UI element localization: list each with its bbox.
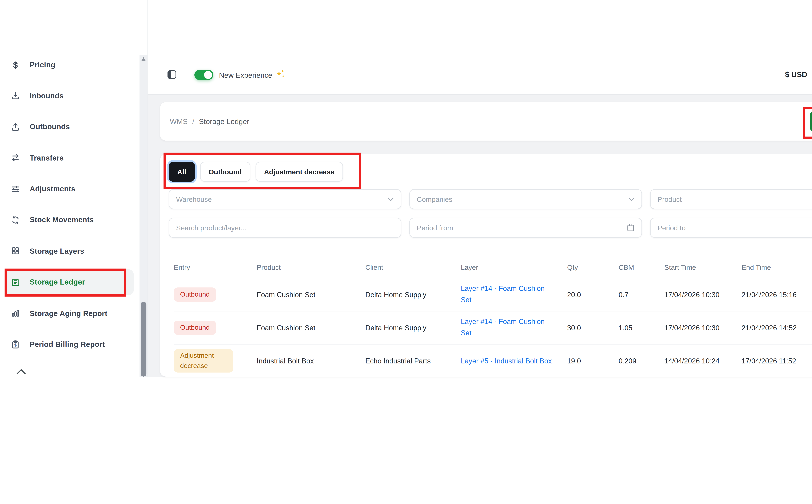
companies-placeholder: Companies [417,195,628,203]
sidebar-item-outbounds[interactable]: Outbounds [6,114,134,140]
chevron-down-icon [387,197,394,201]
app-window: $ Pricing Inbounds Outbounds Transfe [0,0,812,504]
ledger-icon [10,278,21,287]
transfer-arrows-icon [10,153,21,162]
storage-ledger-card: All Outbound Adjustment decrease Warehou… [160,154,812,377]
period-from-placeholder: Period from [417,224,627,232]
entry-badge-outbound: Outbound [174,321,216,335]
ledger-table: Entry Product Client Layer Qty CBM Start… [174,257,812,377]
cell-end-time: 17/04/2026 11:52 [742,357,812,365]
layer-link[interactable]: Layer #14 · Foam Cushion Set [461,317,552,339]
sidebar-item-label: Inbounds [30,91,64,100]
column-header-entry: Entry [174,263,256,271]
entry-badge-outbound: Outbound [174,287,216,302]
tab-adjustment-decrease[interactable]: Adjustment decrease [255,162,343,182]
tab-outbound[interactable]: Outbound [200,162,250,182]
sidebar-item-period-billing-report[interactable]: $ Period Billing Report [6,331,134,357]
column-header-end-time: End Time [742,263,812,271]
sidebar-item-label: Storage Layers [30,247,84,255]
breadcrumb-root[interactable]: WMS [170,117,188,126]
chevron-up-icon[interactable] [15,366,27,378]
sidebar-item-label: Stock Movements [30,216,94,224]
entry-badge-adjustment-decrease: Adjustment decrease [174,349,233,372]
billing-clipboard-icon: $ [10,340,21,349]
cell-start-time: 14/04/2026 10:24 [664,357,742,365]
new-experience-toggle[interactable] [194,70,213,80]
warehouse-select[interactable]: Warehouse [169,189,401,209]
export-csv-button[interactable]: Export CSV [810,111,812,132]
cell-product: Foam Cushion Set [257,324,365,332]
sidebar-scrollbar-thumb[interactable] [141,302,146,377]
sidebar-item-label: Storage Aging Report [30,309,107,317]
warehouse-placeholder: Warehouse [176,195,387,203]
sparkles-icon [275,68,285,81]
sidebar-divider [147,0,148,377]
layer-link[interactable]: Layer #14 · Foam Cushion Set [461,284,552,305]
sidebar-collapse-icon[interactable] [167,70,176,79]
column-header-cbm: CBM [619,263,664,271]
sidebar-item-transfers[interactable]: Transfers [6,145,134,171]
sidebar-nav: $ Pricing Inbounds Outbounds Transfe [0,51,139,357]
sidebar: $ Pricing Inbounds Outbounds Transfe [0,0,139,377]
sidebar-item-storage-ledger[interactable]: Storage Ledger [6,269,134,295]
cell-client: Delta Home Supply [365,291,461,299]
period-to-placeholder: Period to [657,224,812,232]
table-row: Outbound Foam Cushion Set Delta Home Sup… [174,311,812,345]
breadcrumb-separator: / [192,117,194,126]
product-placeholder: Product [657,195,812,203]
sidebar-item-label: Outbounds [30,122,70,131]
period-from-input[interactable]: Period from [410,218,642,238]
search-input[interactable]: Search product/layer... [169,218,401,238]
column-header-qty: Qty [567,263,619,271]
companies-select[interactable]: Companies [410,189,642,209]
scroll-up-arrow-icon[interactable] [141,57,146,61]
cell-cbm: 0.7 [619,291,664,299]
sidebar-item-inbounds[interactable]: Inbounds [6,82,134,109]
table-row: Adjustment decrease Industrial Bolt Box … [174,345,812,377]
column-header-client: Client [365,263,461,271]
sidebar-item-label: Period Billing Report [30,340,105,349]
cell-cbm: 1.05 [619,324,664,332]
breadcrumb-card: WMS / Storage Ledger Export CSV [160,102,812,141]
dollar-icon: $ [10,60,21,69]
chevron-down-icon [628,197,635,201]
calendar-icon [627,223,635,232]
cell-end-time: 21/04/2026 15:16 [742,291,812,299]
grid-icon [10,247,21,256]
sidebar-item-label: Adjustments [30,185,75,193]
sidebar-item-adjustments[interactable]: Adjustments [6,176,134,202]
sidebar-item-label: Pricing [30,60,55,69]
sidebar-item-stock-movements[interactable]: Stock Movements [6,207,134,233]
sliders-icon [10,184,21,193]
product-select[interactable]: Product [650,189,812,209]
table-header-row: Entry Product Client Layer Qty CBM Start… [174,257,812,278]
sidebar-item-pricing[interactable]: $ Pricing [6,51,134,78]
cell-client: Delta Home Supply [365,324,461,332]
sidebar-item-storage-aging-report[interactable]: Storage Aging Report [6,300,134,326]
layer-link[interactable]: Layer #5 · Industrial Bolt Box [461,357,552,365]
tab-all[interactable]: All [169,162,195,182]
entry-type-tabs: All Outbound Adjustment decrease [169,162,343,182]
svg-text:$: $ [14,342,17,347]
download-icon [10,91,21,100]
sidebar-item-storage-layers[interactable]: Storage Layers [6,238,134,264]
table-row: Outbound Foam Cushion Set Delta Home Sup… [174,278,812,311]
column-header-product: Product [257,263,365,271]
new-experience-label: New Experience [219,71,272,80]
filters: Warehouse Companies Product Search produ… [169,189,812,238]
cell-end-time: 21/04/2026 14:52 [742,324,812,332]
column-header-layer: Layer [461,263,567,271]
currency-selector[interactable]: $ USD [765,70,807,79]
top-bar [148,0,812,95]
period-to-input[interactable]: Period to [650,218,812,238]
bar-chart-icon [10,309,21,318]
refresh-icon [10,215,21,224]
cell-qty: 20.0 [567,291,619,299]
page-title: Storage Ledger [199,117,249,126]
sidebar-item-label: Transfers [30,154,64,162]
search-placeholder: Search product/layer... [176,224,394,232]
column-header-start-time: Start Time [664,263,742,271]
cell-start-time: 17/04/2026 10:30 [664,291,742,299]
cell-qty: 30.0 [567,324,619,332]
cell-client: Echo Industrial Parts [365,357,461,365]
